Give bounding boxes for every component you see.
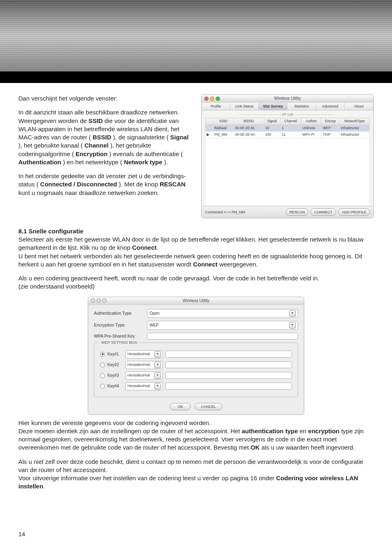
key4-format-select[interactable]: Hexadecimal▾ — [125, 382, 163, 390]
key1-radio[interactable] — [100, 352, 105, 357]
key1-format-select[interactable]: Hexadecimal▾ — [125, 350, 163, 358]
chevron-down-icon: ▾ — [154, 351, 161, 358]
window-title: Wireless Utility — [88, 298, 304, 304]
intro-line: Dan verschijnt het volgende venster: — [18, 94, 194, 103]
connect-button[interactable]: CONNECT — [310, 208, 336, 216]
encryption-type-select[interactable]: WEP ▾ — [147, 321, 298, 330]
key2-input[interactable] — [165, 361, 292, 368]
chevron-down-icon: ▾ — [154, 383, 161, 390]
tab-about[interactable]: About — [345, 103, 373, 110]
tab-statistics[interactable]: Statistics — [287, 103, 316, 110]
aplist-window: Wireless Utility Profile Link Status Sit… — [201, 94, 374, 218]
key3-radio[interactable] — [100, 373, 105, 378]
cancel-button[interactable]: CANCEL — [195, 403, 222, 410]
window-title: Wireless Utility — [202, 96, 373, 101]
key3-input[interactable] — [165, 372, 292, 379]
brushed-metal-header — [0, 0, 392, 72]
aplist-heading: - - - - - - - - - - - - - - - - - - AP L… — [202, 110, 373, 118]
ap-table: SSID BSSID Signal Channel Authen Encryp … — [205, 118, 370, 206]
auth-type-select[interactable]: Open ▾ — [147, 309, 298, 318]
key2-radio[interactable] — [100, 363, 105, 367]
connection-status: Connected <--> PM_MM — [205, 210, 245, 215]
chevron-down-icon[interactable]: ▾ — [289, 322, 296, 329]
wep-box-title: WEP SETTING BOX — [99, 340, 139, 345]
paragraph-2: In het onderste gedeelte van dit venster… — [18, 172, 194, 197]
tab-advanced[interactable]: Advanced — [316, 103, 345, 110]
encryption-type-label: Encryption Type — [94, 322, 147, 328]
ok-button[interactable]: OK — [170, 403, 191, 410]
chevron-down-icon: ▾ — [154, 362, 161, 368]
table-row[interactable]: Ballsaal 00-0E-2E-61 10 1 Unknow WEP Inf… — [205, 125, 370, 131]
paragraph-contact: Als u niet zelf over deze code beschikt,… — [18, 458, 374, 491]
chevron-down-icon[interactable]: ▾ — [289, 310, 296, 317]
key4-input[interactable] — [165, 383, 292, 390]
key4-radio[interactable] — [100, 384, 105, 389]
paragraph-after-dialog: Hier kunnen de vereiste gegevens voor de… — [18, 419, 374, 452]
section-8-1: 8.1 Snelle configuratie Selecteer als ee… — [18, 227, 374, 269]
key1-input[interactable] — [165, 351, 292, 358]
connected-icon: ▶ — [205, 132, 213, 138]
paragraph-code: Als u een codering geactiveerd heeft, wo… — [18, 274, 374, 291]
key2-format-select[interactable]: Hexadecimal▾ — [125, 361, 163, 369]
auth-type-label: Authentication Type — [94, 310, 147, 316]
tab-profile[interactable]: Profile — [202, 103, 230, 110]
page-number: 14 — [18, 531, 25, 537]
tab-link-status[interactable]: Link Status — [230, 103, 259, 110]
wpa-psk-input[interactable] — [147, 333, 298, 340]
tab-bar: Profile Link Status Site Survey Statisti… — [202, 103, 373, 110]
chevron-down-icon: ▾ — [154, 372, 161, 379]
tab-site-survey[interactable]: Site Survey — [259, 103, 287, 110]
rescan-button[interactable]: RESCAN — [286, 208, 309, 216]
header-black-bar — [0, 72, 392, 83]
encryption-dialog: Wireless Utility Authentication Type Ope… — [88, 297, 304, 415]
add-profile-button[interactable]: ADD PROFILE — [338, 208, 370, 216]
key3-format-select[interactable]: Hexadecimal▾ — [125, 372, 163, 380]
wpa-psk-label: WPA Pre-Shared Key — [94, 333, 147, 339]
table-row[interactable]: ▶ PM_MM 00-0E-2E-6A 100 11 WPA-P! TKIP I… — [205, 132, 370, 138]
paragraph-1: In dit aanzicht staan alle beschikbare d… — [18, 108, 194, 166]
